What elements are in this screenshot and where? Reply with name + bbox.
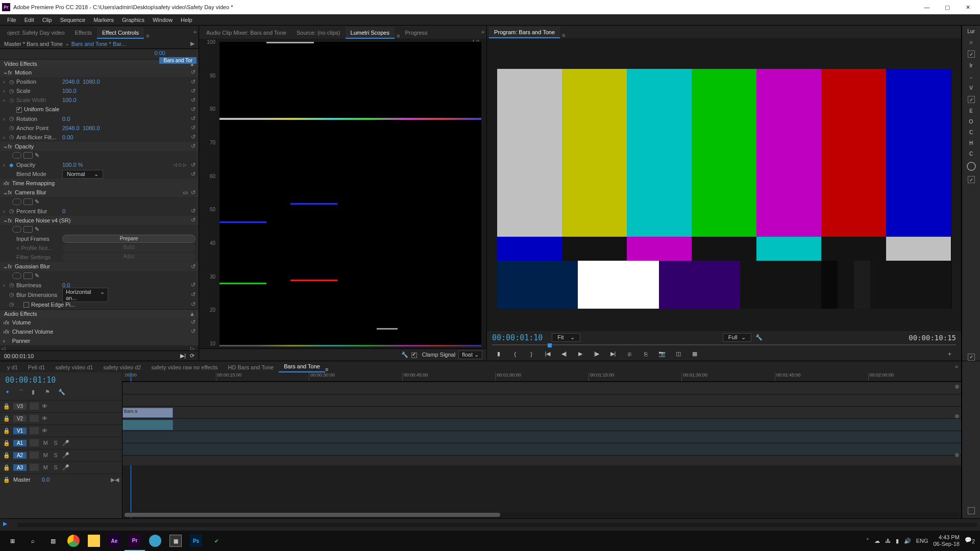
safe-margins-icon[interactable]: ▦ [690, 349, 699, 359]
lock-icon[interactable]: 🔒 [3, 415, 10, 422]
chrome-icon[interactable] [63, 531, 84, 551]
reset-icon[interactable]: ↺ [191, 115, 195, 122]
playhead-icon[interactable] [548, 343, 552, 347]
track-master[interactable]: Master [13, 477, 39, 483]
explorer-icon[interactable] [84, 531, 104, 551]
mask-rect-icon[interactable] [23, 198, 33, 205]
calculator-icon[interactable]: ▦ [165, 531, 186, 551]
tab-project[interactable]: oject: Safety Day video [2, 27, 70, 39]
app-icon[interactable]: ✔ [206, 531, 227, 551]
track-v1[interactable]: V1 [13, 428, 27, 434]
clock[interactable]: 4:43 PM06-Sep-18 [934, 534, 960, 547]
track-a1[interactable]: A1 [13, 440, 27, 446]
mask-ellipse-icon[interactable] [12, 198, 21, 205]
tab-lumetri-scopes[interactable]: Lumetri Scopes [346, 27, 395, 39]
timeline-settings-icon[interactable]: ⚑ [45, 389, 53, 397]
track-toggle[interactable] [30, 403, 39, 410]
menu-window[interactable]: Window [149, 15, 177, 24]
panel-menu-icon[interactable]: ≡ [146, 33, 149, 39]
go-to-out-icon[interactable]: ▶| [608, 349, 618, 359]
clamp-checkbox[interactable] [411, 353, 417, 358]
tab-effect-controls[interactable]: Effect Controls [97, 27, 144, 39]
lock-icon[interactable]: 🔒 [3, 403, 10, 410]
reset-icon[interactable]: ↺ [191, 208, 195, 214]
track-lane-v1[interactable]: Bars a [122, 406, 961, 418]
mask-ellipse-icon[interactable] [12, 152, 21, 159]
onedrive-icon[interactable]: ☁ [874, 538, 880, 544]
voice-icon[interactable]: 🎤 [62, 440, 70, 446]
maximize-button[interactable]: ▢ [937, 0, 958, 14]
menu-sequence[interactable]: Sequence [56, 15, 90, 24]
mask-rect-icon[interactable] [23, 152, 33, 159]
notifications-icon[interactable]: 💬2 [965, 537, 975, 544]
mask-ellipse-icon[interactable] [12, 272, 21, 279]
program-scrubber[interactable] [492, 344, 956, 345]
lift-icon[interactable]: ⎚ [625, 349, 634, 359]
mute-button[interactable]: M [42, 440, 49, 446]
reset-icon[interactable]: ↺ [191, 88, 195, 94]
collapse-icon[interactable]: ▲ [189, 311, 194, 317]
play-button[interactable]: ▶ [576, 349, 585, 359]
battery-icon[interactable]: ▮ [896, 538, 899, 544]
photoshop-icon[interactable]: Ps [186, 531, 206, 551]
program-timecode[interactable]: 00:00:01:10 [492, 333, 543, 342]
track-v2[interactable]: V2 [13, 415, 27, 422]
linked-selection-icon[interactable]: ⌒ [18, 389, 27, 397]
reset-icon[interactable]: ↺ [191, 124, 195, 131]
zoom-select[interactable]: Fit⌄ [552, 333, 580, 342]
mark-in-icon[interactable]: { [510, 349, 520, 359]
sequence-tab[interactable]: Peli d1 [23, 362, 51, 372]
mask-ellipse-icon[interactable] [12, 226, 21, 233]
button-editor-icon[interactable]: ＋ [945, 349, 954, 359]
solo-button[interactable]: S [52, 464, 59, 470]
blendmode-select[interactable]: Normal⌄ [62, 170, 103, 179]
effect-motion[interactable]: Motion [15, 69, 191, 76]
sequence-tab[interactable]: safety video raw no effects [146, 362, 223, 372]
lock-icon[interactable]: 🔒 [3, 452, 10, 459]
zoom-handle[interactable] [955, 453, 959, 457]
wrench-icon[interactable]: 🔧 [58, 389, 66, 397]
track-a2[interactable]: A2 [13, 452, 27, 459]
lumetri-section[interactable]: C [969, 151, 973, 157]
prepare-button[interactable]: Prepare [62, 235, 195, 243]
sequence-tab[interactable]: y d1 [2, 362, 23, 372]
reset-icon[interactable]: ↺ [191, 97, 195, 104]
track-toggle[interactable] [30, 452, 39, 459]
browser-icon[interactable] [145, 531, 165, 551]
scope-format-select[interactable]: float ⌄ [458, 350, 482, 359]
lumetri-section[interactable]: O [969, 119, 973, 124]
track-toggle[interactable] [30, 464, 39, 471]
sequence-tab[interactable]: safety video d2 [98, 362, 146, 372]
reset-icon[interactable]: ↺ [191, 143, 195, 149]
color-wheel-icon[interactable] [967, 162, 976, 171]
rotation-value[interactable]: 0.0 [62, 116, 83, 122]
lumetri-section[interactable]: C [969, 130, 973, 135]
tab-source[interactable]: Source: (no clips) [291, 27, 346, 39]
timeline-timecode[interactable]: 00:00:01:10 [0, 372, 122, 388]
premiere-icon[interactable]: Pr [125, 531, 145, 551]
mute-button[interactable]: M [42, 464, 49, 470]
go-to-in-icon[interactable]: ▶| [180, 353, 186, 359]
effect-camera-blur[interactable]: Camera Blur [15, 189, 183, 195]
reset-icon[interactable]: ↺ [191, 171, 195, 178]
reset-icon[interactable]: ↺ [191, 79, 195, 85]
track-toggle[interactable] [30, 427, 39, 434]
mask-rect-icon[interactable] [23, 226, 33, 233]
effect-settings-icon[interactable]: ▭ [183, 189, 188, 196]
tab-progress[interactable]: Progress [400, 27, 432, 39]
effect-channel-volume[interactable]: Channel Volume [12, 329, 191, 335]
track-lane-a1[interactable] [122, 418, 961, 431]
play-icon[interactable]: ▶ [190, 40, 194, 47]
timeline-scrollbar[interactable] [125, 512, 959, 517]
mask-pen-icon[interactable]: ✎ [35, 152, 44, 159]
lumetri-section[interactable]: E [969, 108, 973, 114]
loop-icon[interactable]: ⟳ [190, 353, 194, 359]
lumetri-master-checkbox[interactable] [968, 51, 975, 58]
percent-blur-value[interactable]: 0 [62, 208, 83, 214]
network-icon[interactable]: 🖧 [885, 538, 891, 544]
reset-icon[interactable]: ↺ [191, 162, 195, 168]
task-view-icon[interactable]: ▥ [43, 531, 63, 551]
minimize-button[interactable]: — [917, 0, 937, 14]
play-button[interactable]: ▶ [3, 520, 12, 530]
lock-icon[interactable]: 🔒 [3, 440, 10, 446]
